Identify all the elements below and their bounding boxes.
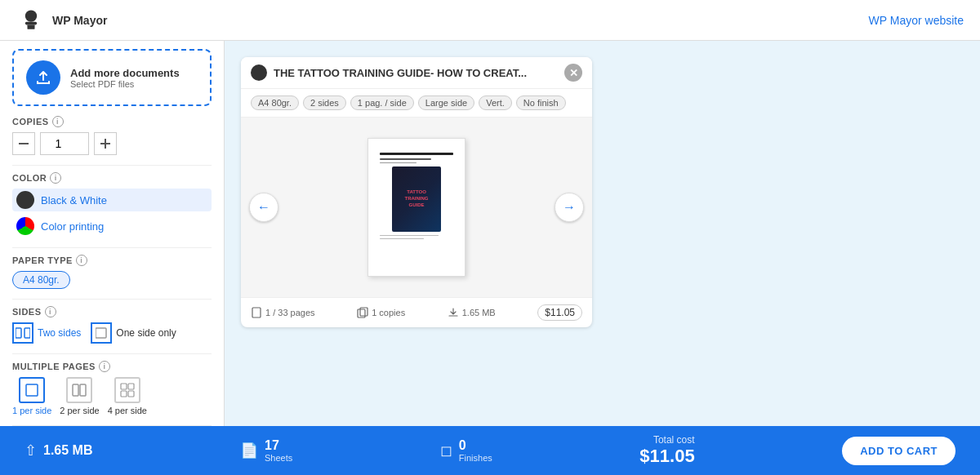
side-option-one[interactable]: One side only [91, 322, 176, 344]
logo-text: WP Mayor [52, 14, 107, 27]
doc-cover-image: TATTOOTRAININGGUIDE [392, 166, 441, 232]
svg-rect-35 [252, 308, 261, 317]
copies-row [12, 132, 212, 155]
svg-rect-3 [19, 143, 29, 144]
pages-1-label: 1 per side [12, 406, 51, 415]
doc-copies-text: 1 copies [372, 308, 405, 317]
doc-pages-info: 1 / 33 pages [251, 307, 315, 318]
svg-rect-14 [121, 391, 127, 397]
color-dot [16, 217, 34, 235]
color-option-color[interactable]: Color printing [12, 215, 212, 238]
tag-size[interactable]: Large side [418, 95, 474, 110]
svg-rect-9 [26, 384, 38, 396]
bottom-sheets-label: Sheets [265, 453, 292, 463]
tag-finish[interactable]: No finish [516, 95, 566, 110]
bottom-sheets-stat: 📄 17 Sheets [240, 438, 292, 463]
doc-close-button[interactable]: ✕ [564, 64, 582, 82]
add-to-cart-button[interactable]: ADD TO CART [842, 437, 956, 465]
svg-point-0 [25, 10, 37, 21]
paper-type-section: PAPER TYPE i A4 80gr. [12, 255, 212, 289]
doc-circle-icon [251, 64, 267, 81]
total-cost-price: $11.05 [639, 446, 694, 467]
doc-footer: 1 / 33 pages 1 copies 1.65 MB $ [241, 297, 592, 327]
copies-section: COPIES i [12, 116, 212, 155]
document-card: THE TATTOO TRAINING GUIDE- HOW TO CREAT.… [241, 57, 592, 327]
copies-decrement-button[interactable] [12, 132, 35, 155]
doc-card-header: THE TATTOO TRAINING GUIDE- HOW TO CREAT.… [241, 57, 592, 89]
upload-subtitle: Select PDF files [70, 79, 180, 89]
upload-text: Add more documents Select PDF files [70, 67, 180, 89]
bottom-filesize-value: 1.65 MB [43, 443, 92, 458]
sides-label: SIDES i [12, 306, 212, 317]
sides-info-icon[interactable]: i [45, 306, 56, 317]
doc-title-row: THE TATTOO TRAINING GUIDE- HOW TO CREAT.… [251, 64, 527, 81]
paper-info-icon[interactable]: i [76, 255, 87, 266]
logo-area: WP Mayor [16, 6, 107, 35]
copies-icon [357, 307, 368, 318]
doc-page-thumbnail: TATTOOTRAININGGUIDE [368, 138, 466, 277]
copies-increment-button[interactable] [94, 132, 117, 155]
filesize-icon [448, 307, 459, 318]
tag-paper[interactable]: A4 80gr. [251, 95, 299, 110]
bottom-finishes-icon: ◻ [440, 442, 452, 459]
upload-title: Add more documents [70, 67, 180, 79]
multiple-pages-label: MULTIPLE PAGES i [12, 361, 212, 372]
one-side-icon [91, 322, 112, 344]
pages-4-icon [114, 377, 140, 403]
total-cost-area: Total cost $11.05 [639, 434, 694, 467]
paper-type-label: PAPER TYPE i [12, 255, 212, 266]
tag-orientation[interactable]: Vert. [479, 95, 512, 110]
bottom-finishes-stat: ◻ 0 Finishes [440, 438, 492, 463]
bottom-finishes-label: Finishes [459, 453, 492, 463]
one-side-label: One side only [116, 327, 176, 339]
copies-info-icon[interactable]: i [52, 116, 64, 127]
svg-rect-7 [24, 328, 30, 338]
tag-pages[interactable]: 1 pag. / side [350, 95, 414, 110]
color-option-bw[interactable]: Black & White [12, 189, 212, 211]
doc-preview: ← TATTOOTRAININGGUIDE [241, 118, 592, 297]
doc-copies-info: 1 copies [357, 307, 405, 318]
header: WP Mayor WP Mayor website [0, 0, 980, 41]
svg-rect-10 [73, 384, 78, 396]
pages-2-label: 2 per side [60, 406, 99, 415]
bottom-filesize-stat: ⇧ 1.65 MB [24, 442, 92, 459]
svg-rect-13 [128, 384, 134, 389]
color-label-text: Color printing [41, 220, 104, 233]
pages-option-4[interactable]: 4 per side [108, 377, 147, 415]
color-options: Black & White Color printing [12, 189, 212, 238]
pages-info-icon[interactable]: i [99, 361, 110, 372]
svg-rect-6 [16, 328, 21, 338]
pages-option-1[interactable]: 1 per side [12, 377, 51, 415]
bottom-sheets-value: 17 [265, 438, 292, 453]
minus-icon [19, 143, 29, 144]
prev-page-button[interactable]: ← [249, 193, 278, 222]
color-section: COLOR i Black & White Color printing [12, 172, 212, 238]
doc-price-badge: $11.05 [537, 304, 582, 321]
sides-options: Two sides One side only [12, 322, 212, 344]
site-link[interactable]: WP Mayor website [869, 14, 964, 27]
pages-1-icon [19, 377, 45, 403]
bottom-upload-icon: ⇧ [24, 442, 37, 459]
svg-rect-11 [80, 384, 86, 396]
main-content: Add more documents Select PDF files COPI… [0, 41, 980, 426]
doc-filesize-info: 1.65 MB [448, 307, 496, 318]
svg-rect-1 [25, 21, 37, 24]
bottom-bar: ⇧ 1.65 MB 📄 17 Sheets ◻ 0 Finishes Total… [0, 426, 980, 475]
pages-4-label: 4 per side [108, 406, 147, 415]
doc-pages-text: 1 / 33 pages [265, 308, 315, 317]
bottom-finishes-value: 0 [459, 438, 492, 453]
paper-type-chip[interactable]: A4 80gr. [12, 271, 70, 289]
tag-sides[interactable]: 2 sides [303, 95, 346, 110]
copies-input[interactable] [40, 132, 89, 155]
bottom-sheets-icon: 📄 [240, 442, 258, 459]
next-page-button[interactable]: → [555, 193, 584, 222]
multiple-pages-section: MULTIPLE PAGES i 1 per side [12, 361, 212, 415]
pages-option-2[interactable]: 2 per side [60, 377, 99, 415]
color-info-icon[interactable]: i [50, 172, 61, 184]
side-option-two[interactable]: Two sides [12, 322, 81, 344]
sidebar: Add more documents Select PDF files COPI… [0, 41, 225, 426]
pages-options: 1 per side 2 per side [12, 377, 212, 415]
bw-label: Black & White [41, 194, 107, 206]
upload-area[interactable]: Add more documents Select PDF files [12, 49, 212, 106]
pages-2-icon [66, 377, 92, 403]
